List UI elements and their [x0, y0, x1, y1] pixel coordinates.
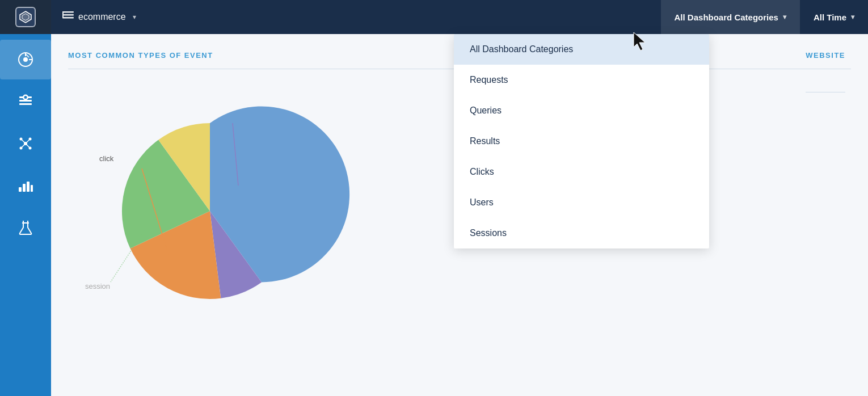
right-divider2 [806, 92, 845, 92]
pie-chart [68, 81, 352, 319]
svg-rect-25 [19, 187, 22, 192]
right-section: WEBSITE [806, 51, 845, 115]
brand-name: ecommerce [78, 12, 126, 22]
sidebar [0, 34, 51, 396]
brand-area[interactable]: ecommerce ▾ [51, 11, 661, 23]
sidebar-item-network[interactable] [0, 124, 51, 163]
categories-filter-label: All Dashboard Categories [675, 12, 778, 22]
svg-point-30 [22, 230, 24, 233]
svg-line-22 [26, 139, 30, 144]
topbar: ecommerce ▾ All Dashboard Categories ▾ A… [0, 0, 868, 34]
svg-point-15 [24, 96, 27, 99]
dropdown-item-requests[interactable]: Requests [454, 65, 709, 95]
sidebar-item-dashboard[interactable] [0, 40, 51, 79]
time-filter-label: All Time [814, 12, 846, 22]
svg-rect-4 [62, 17, 74, 19]
svg-rect-2 [62, 11, 74, 13]
sidebar-item-lists[interactable] [0, 82, 51, 121]
svg-rect-28 [31, 185, 33, 192]
app-logo [15, 7, 36, 27]
brand-icon [62, 11, 74, 23]
right-section-title: WEBSITE [806, 51, 845, 60]
sidebar-item-lab[interactable] [0, 208, 51, 247]
dropdown-item-users[interactable]: Users [454, 187, 709, 218]
chart-container: cart click session [68, 81, 352, 319]
svg-line-23 [21, 144, 26, 148]
brand-dropdown-arrow: ▾ [133, 13, 136, 21]
right-divider [806, 69, 845, 69]
svg-rect-26 [23, 184, 26, 192]
sidebar-item-analytics[interactable] [0, 166, 51, 205]
dropdown-item-sessions[interactable]: Sessions [454, 218, 709, 248]
dropdown-item-queries[interactable]: Queries [454, 95, 709, 126]
dropdown-item-all[interactable]: All Dashboard Categories [454, 34, 709, 65]
dropdown-item-clicks[interactable]: Clicks [454, 157, 709, 187]
svg-rect-27 [27, 182, 30, 192]
svg-point-31 [26, 230, 28, 231]
svg-line-21 [21, 139, 26, 144]
categories-dropdown: All Dashboard Categories Requests Querie… [454, 34, 709, 248]
main-layout: MOST COMMON TYPES OF EVENT cart click se… [0, 34, 868, 396]
svg-rect-3 [62, 14, 74, 16]
time-filter-arrow: ▾ [851, 13, 854, 21]
categories-filter-arrow: ▾ [783, 13, 786, 21]
svg-rect-13 [19, 103, 32, 105]
svg-line-24 [26, 144, 30, 148]
categories-filter[interactable]: All Dashboard Categories ▾ [661, 0, 800, 34]
time-filter[interactable]: All Time ▾ [800, 0, 868, 34]
svg-rect-5 [62, 11, 64, 18]
svg-point-7 [23, 57, 28, 62]
dropdown-item-results[interactable]: Results [454, 126, 709, 157]
logo-area[interactable] [0, 0, 51, 34]
